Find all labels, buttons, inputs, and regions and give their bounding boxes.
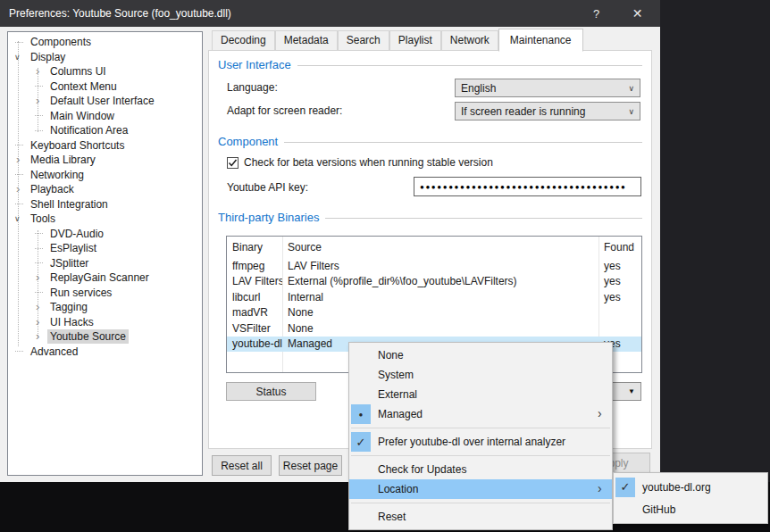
tree-chevron-icon[interactable] bbox=[33, 292, 47, 293]
tree-item[interactable]: Main Window bbox=[8, 109, 202, 124]
column-header-source[interactable]: Source bbox=[282, 241, 598, 254]
tree-chevron-icon[interactable] bbox=[33, 67, 47, 76]
context-menu-item[interactable] bbox=[351, 455, 610, 456]
component-group-header: Component bbox=[218, 135, 642, 148]
tree-item-label: JSplitter bbox=[47, 256, 91, 270]
tree-item[interactable]: EsPlaylist bbox=[8, 241, 202, 256]
tree-chevron-icon[interactable] bbox=[33, 273, 47, 282]
beta-versions-checkbox-row: Check for beta versions when running sta… bbox=[227, 156, 493, 169]
api-key-field[interactable]: ●●●●●●●●●●●●●●●●●●●●●●●●●●●●●●●●●●●● bbox=[414, 177, 641, 196]
submenu-item[interactable]: GitHub bbox=[614, 498, 767, 520]
help-icon[interactable]: ? bbox=[576, 0, 616, 27]
tree-chevron-icon[interactable] bbox=[33, 248, 47, 249]
tree-item[interactable]: Columns UI bbox=[8, 64, 202, 79]
tab[interactable]: Search bbox=[338, 30, 389, 51]
column-header-binary[interactable]: Binary bbox=[227, 241, 282, 254]
tab[interactable]: Playlist bbox=[389, 30, 441, 51]
tree-item[interactable]: Shell Integration bbox=[8, 197, 202, 212]
tab[interactable]: Metadata bbox=[275, 30, 338, 51]
cell-binary: madVR bbox=[227, 306, 282, 319]
tree-chevron-icon[interactable] bbox=[13, 185, 28, 194]
tree-chevron-icon[interactable] bbox=[13, 53, 28, 62]
tree-item[interactable]: ReplayGain Scanner bbox=[8, 270, 202, 286]
context-menu-item[interactable]: System bbox=[349, 365, 612, 385]
menu-item-icon bbox=[351, 385, 371, 404]
tree-chevron-icon[interactable] bbox=[33, 115, 47, 116]
tree-chevron-icon[interactable] bbox=[13, 42, 28, 43]
tree-item-label: Main Window bbox=[47, 109, 117, 123]
location-submenu: youtube-dl.org GitHub bbox=[613, 472, 768, 524]
tree-item[interactable]: JSplitter bbox=[8, 256, 202, 271]
cell-found: yes bbox=[598, 260, 641, 272]
tree-item-label: Shell Integration bbox=[28, 197, 111, 212]
tree-item[interactable]: Default User Interface bbox=[8, 94, 202, 109]
tree-item[interactable]: Components bbox=[8, 35, 202, 50]
table-row[interactable]: madVR None bbox=[227, 305, 641, 321]
tree-chevron-icon[interactable] bbox=[33, 86, 47, 87]
menu-item-label: Check for Updates bbox=[378, 463, 466, 476]
tree-item-label: Run services bbox=[47, 286, 114, 300]
table-row[interactable]: VSFilter None bbox=[227, 320, 641, 337]
tree-item[interactable]: Notification Area bbox=[8, 123, 202, 138]
binaries-table-header[interactable]: Binary Source Found bbox=[227, 237, 641, 258]
tree-item-label: Youtube Source bbox=[47, 329, 129, 344]
tree-chevron-icon[interactable] bbox=[33, 262, 47, 263]
context-menu-item[interactable] bbox=[351, 503, 610, 503]
context-menu-item[interactable]: Managed bbox=[349, 404, 612, 424]
tree-chevron-icon[interactable] bbox=[13, 204, 28, 204]
tree-item[interactable]: Context Menu bbox=[8, 79, 202, 95]
tree-chevron-icon[interactable] bbox=[33, 130, 47, 131]
tree-chevron-icon[interactable] bbox=[33, 318, 47, 327]
context-menu-item[interactable]: Check for Updates bbox=[349, 460, 612, 479]
context-menu-item[interactable]: External bbox=[349, 385, 612, 404]
tree-item[interactable]: Playback bbox=[8, 182, 202, 197]
tree-chevron-icon[interactable] bbox=[33, 96, 47, 105]
tree-item[interactable]: Youtube Source bbox=[8, 329, 202, 345]
tree-item[interactable]: Media Library bbox=[8, 153, 202, 168]
context-menu-item[interactable]: Prefer youtube-dl over internal analyzer bbox=[349, 432, 612, 452]
tree-chevron-icon[interactable] bbox=[13, 214, 28, 223]
tree-item[interactable]: DVD-Audio bbox=[8, 227, 202, 242]
screen-reader-dropdown[interactable]: If screen reader is running ∨ bbox=[455, 102, 640, 121]
tree-chevron-icon[interactable] bbox=[33, 233, 47, 234]
tree-item[interactable]: Tools bbox=[8, 212, 202, 227]
context-menu-item[interactable]: None bbox=[349, 345, 612, 365]
table-row[interactable]: ffmpeg LAV Filters yes bbox=[227, 258, 641, 274]
cell-binary: youtube-dl bbox=[227, 337, 282, 350]
tree-chevron-icon[interactable] bbox=[13, 145, 28, 145]
table-row[interactable]: libcurl Internal yes bbox=[227, 289, 641, 305]
tree-chevron-icon[interactable] bbox=[13, 351, 28, 352]
tree-item[interactable]: Networking bbox=[8, 168, 202, 183]
tree-chevron-icon[interactable] bbox=[33, 303, 47, 312]
tree-item[interactable]: Tagging bbox=[8, 300, 202, 315]
submenu-item[interactable]: youtube-dl.org bbox=[614, 476, 767, 498]
tree-item[interactable]: Advanced bbox=[8, 345, 202, 360]
language-dropdown[interactable]: English ∨ bbox=[455, 79, 640, 97]
tab[interactable]: Network bbox=[441, 30, 498, 51]
screen-reader-label: Adapt for screen reader: bbox=[227, 104, 342, 117]
tree-item-label: UI Hacks bbox=[47, 315, 96, 329]
reset-all-button[interactable]: Reset all bbox=[212, 455, 272, 476]
context-menu-item[interactable]: Reset bbox=[349, 507, 612, 527]
tree-item[interactable]: UI Hacks bbox=[8, 315, 202, 330]
tree-chevron-icon[interactable] bbox=[13, 174, 28, 175]
status-button[interactable]: Status bbox=[226, 382, 316, 401]
column-header-found[interactable]: Found bbox=[598, 241, 641, 254]
tree-chevron-icon[interactable] bbox=[33, 332, 47, 341]
group-title: Component bbox=[218, 135, 278, 148]
tree-item[interactable]: Run services bbox=[8, 286, 202, 301]
menu-item-icon bbox=[615, 478, 635, 497]
tab[interactable]: Maintenance bbox=[498, 29, 583, 52]
titlebar[interactable]: Preferences: Youtube Source (foo_youtube… bbox=[0, 0, 660, 27]
tab[interactable]: Decoding bbox=[212, 30, 275, 51]
context-menu-item[interactable] bbox=[351, 428, 610, 428]
context-menu-item[interactable]: Location bbox=[349, 479, 612, 499]
reset-page-button[interactable]: Reset page bbox=[279, 455, 342, 476]
tree-item[interactable]: Keyboard Shortcuts bbox=[8, 138, 202, 154]
table-row[interactable]: LAV Filters External (%profile_dir%\foo_… bbox=[227, 274, 641, 290]
tree-item[interactable]: Display bbox=[8, 50, 202, 65]
tree-item-label: Context Menu bbox=[47, 79, 120, 94]
checkbox-checked[interactable] bbox=[227, 157, 239, 169]
tree-chevron-icon[interactable] bbox=[13, 155, 28, 164]
close-icon[interactable]: ✕ bbox=[617, 0, 657, 27]
